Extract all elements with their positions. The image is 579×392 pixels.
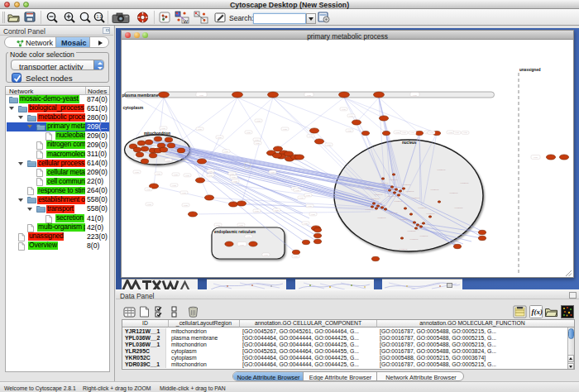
svg-text:mitochondrion: mitochondrion [144, 131, 170, 136]
svg-text:unassigned: unassigned [519, 68, 541, 72]
svg-text:YLR295C: YLR295C [426, 213, 435, 215]
svg-text:(Yxx): (Yxx) [147, 203, 151, 205]
svg-text:(Yxx): (Yxx) [295, 189, 299, 191]
svg-text:Y83: Y83 [381, 205, 385, 208]
svg-text:(Yxx): (Yxx) [240, 244, 244, 246]
svg-text:(Yxx): (Yxx) [230, 173, 234, 174]
svg-text:(Yxx): (Yxx) [264, 254, 268, 256]
svg-text:Y16: Y16 [378, 202, 382, 204]
svg-text:(Yxx): (Yxx) [246, 236, 251, 237]
svg-text:YLR296C: YLR296C [437, 169, 446, 171]
svg-text:YLR299C: YLR299C [382, 189, 391, 191]
svg-text:(Yxx): (Yxx) [307, 94, 311, 96]
svg-text:YLR293C: YLR293C [402, 184, 411, 186]
svg-text:(Yxx): (Yxx) [166, 160, 170, 161]
svg-text:(Yxx): (Yxx) [256, 142, 260, 144]
svg-text:(Yxx): (Yxx) [270, 171, 275, 173]
svg-text:(Yxx): (Yxx) [218, 136, 222, 138]
svg-text:YLR290C: YLR290C [419, 235, 428, 237]
svg-text:(Yxx): (Yxx) [342, 108, 346, 110]
svg-text:(Yxx): (Yxx) [294, 256, 298, 257]
svg-text:(Yxx): (Yxx) [275, 209, 279, 211]
svg-text:(Yxx): (Yxx) [174, 174, 178, 175]
svg-text:(Yxx): (Yxx) [311, 213, 315, 215]
svg-text:1:1: 1:1 [96, 14, 102, 19]
svg-text:(Yxx): (Yxx) [402, 131, 406, 133]
svg-text:YLR296C: YLR296C [380, 182, 389, 184]
svg-text:YLR296C: YLR296C [430, 189, 439, 191]
svg-text:(Yxx): (Yxx) [198, 128, 202, 130]
svg-text:(Yxx): (Yxx) [184, 204, 188, 206]
svg-text:(Yxx): (Yxx) [308, 205, 312, 207]
svg-text:(Yxx): (Yxx) [172, 184, 176, 186]
svg-text:(Yxx): (Yxx) [255, 139, 259, 141]
svg-text:(Yxx): (Yxx) [256, 120, 261, 122]
svg-text:YLR291C: YLR291C [418, 207, 427, 209]
svg-text:YLR290C: YLR290C [389, 179, 398, 181]
svg-text:YLR299C: YLR299C [389, 212, 398, 214]
svg-text:(Yxx): (Yxx) [156, 173, 160, 174]
svg-text:YLR291C: YLR291C [405, 190, 414, 193]
svg-text:Y84: Y84 [417, 224, 421, 227]
svg-text:f(x): f(x) [532, 308, 543, 316]
svg-text:(Yxx): (Yxx) [161, 127, 165, 129]
svg-text:(Yxx): (Yxx) [413, 94, 417, 96]
svg-text:YLR290C: YLR290C [387, 195, 396, 198]
svg-text:(Yxx): (Yxx) [246, 131, 251, 133]
svg-text:endoplasmic reticulum: endoplasmic reticulum [214, 230, 256, 234]
svg-text:YLR293C: YLR293C [407, 230, 416, 232]
svg-text:(Yxx): (Yxx) [349, 115, 353, 117]
svg-text:(Yxx): (Yxx) [448, 131, 452, 133]
svg-text:YLR298C: YLR298C [400, 218, 409, 221]
svg-text:(Yxx): (Yxx) [306, 194, 310, 196]
svg-text:(Yxx): (Yxx) [239, 224, 243, 226]
svg-text:(Yxx): (Yxx) [232, 176, 236, 178]
svg-text:(Yxx): (Yxx) [185, 174, 189, 176]
svg-text:YLR291C: YLR291C [365, 208, 374, 211]
svg-text:(Yxx): (Yxx) [283, 128, 287, 130]
svg-text:Y17: Y17 [391, 188, 395, 190]
svg-text:YLR290C: YLR290C [377, 217, 386, 219]
svg-text:YLR296C: YLR296C [399, 248, 408, 251]
svg-text:YLR298C: YLR298C [409, 238, 419, 241]
svg-text:W: W [184, 19, 189, 24]
svg-text:YLR291C: YLR291C [460, 182, 469, 184]
svg-text:(Yxx): (Yxx) [299, 197, 304, 198]
svg-text:cytoplasm: cytoplasm [123, 105, 144, 110]
svg-text:(Yxx): (Yxx) [429, 131, 433, 133]
svg-text:(Yxx): (Yxx) [147, 138, 151, 140]
svg-text:(Yxx): (Yxx) [208, 170, 213, 172]
svg-text:(Yxx): (Yxx) [395, 131, 400, 133]
svg-text:(Yxx): (Yxx) [304, 222, 308, 224]
svg-text:(Yxx): (Yxx) [208, 174, 213, 176]
svg-text:(Yxx): (Yxx) [463, 131, 467, 133]
svg-text:(Yxx): (Yxx) [255, 210, 259, 212]
svg-text:(Yxx): (Yxx) [327, 144, 331, 146]
svg-text:YLR298C: YLR298C [411, 197, 420, 199]
svg-text:(Yxx): (Yxx) [135, 171, 139, 173]
svg-text:(Yxx): (Yxx) [347, 130, 352, 131]
svg-text:nucleus: nucleus [402, 141, 417, 145]
svg-text:(Yxx): (Yxx) [410, 131, 414, 133]
svg-text:YLR295C: YLR295C [365, 187, 374, 189]
svg-text:(Yxx): (Yxx) [455, 131, 459, 133]
svg-text:(Yxx): (Yxx) [182, 192, 186, 194]
svg-text:Y60: Y60 [397, 193, 401, 195]
svg-text:YLR291C: YLR291C [394, 200, 403, 203]
svg-text:YLR292C: YLR292C [371, 198, 380, 200]
svg-text:(Yxx): (Yxx) [199, 94, 203, 96]
svg-text:plasma membrane: plasma membrane [122, 93, 159, 98]
svg-text:YLR291C: YLR291C [449, 192, 458, 194]
svg-text:YLR299C: YLR299C [374, 194, 383, 196]
svg-text:(Yxx): (Yxx) [216, 224, 220, 226]
svg-text:(Yxx): (Yxx) [309, 135, 313, 136]
svg-text:(Yxx): (Yxx) [224, 151, 228, 152]
svg-text:YLR293C: YLR293C [454, 207, 463, 209]
svg-text:(Yxx): (Yxx) [534, 156, 538, 158]
svg-text:(Yxx): (Yxx) [233, 180, 237, 182]
svg-text:(Yxx): (Yxx) [146, 189, 151, 190]
